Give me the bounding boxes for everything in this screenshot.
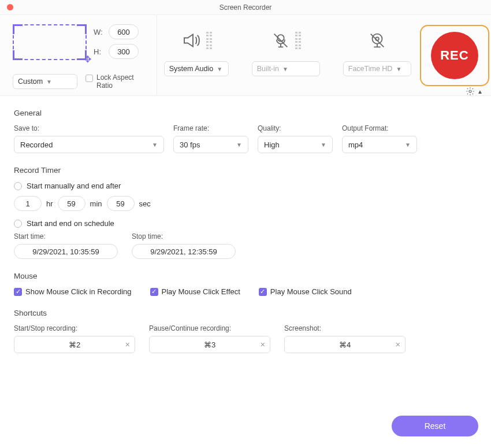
shortcut-startstop-label: Start/Stop recording: xyxy=(14,324,135,332)
timer-manual-label: Start manually and end after xyxy=(27,182,121,190)
clear-icon[interactable]: × xyxy=(396,340,400,349)
region-preset-value: Custom xyxy=(18,77,43,86)
section-general-title: General xyxy=(14,109,477,117)
play-click-effect-label: Play Mouse Click Effect xyxy=(162,287,240,296)
clear-icon[interactable]: × xyxy=(261,340,265,349)
microphone-disabled-icon xyxy=(271,31,291,50)
webcam-select[interactable]: FaceTime HD ▼ xyxy=(343,61,411,76)
height-label: H: xyxy=(94,47,103,56)
chevron-down-icon: ▼ xyxy=(321,142,326,148)
settings-body: General Save to: Recorded ▼ Frame rate: … xyxy=(0,96,491,360)
shortcut-pause-value: ⌘3 xyxy=(204,340,215,349)
window-title: Screen Recorder xyxy=(220,3,272,12)
svg-point-5 xyxy=(469,90,471,92)
checkbox-icon xyxy=(85,75,93,82)
clear-icon[interactable]: × xyxy=(125,340,130,349)
shortcut-pause-field[interactable]: ⌘3 × xyxy=(149,336,270,353)
device-selectors: System Audio ▼ Built-in ▼ xyxy=(157,15,418,95)
checkbox-checked-icon: ✓ xyxy=(259,288,267,296)
radio-icon xyxy=(14,220,22,228)
play-click-sound-checkbox[interactable]: ✓ Play Mouse Click Sound xyxy=(259,287,352,296)
chevron-down-icon: ▼ xyxy=(46,79,52,85)
lock-aspect-label: Lock Aspect Ratio xyxy=(96,73,137,90)
audio-source-value: System Audio xyxy=(169,65,213,73)
titlebar: Screen Recorder xyxy=(0,0,491,15)
section-mouse-title: Mouse xyxy=(14,272,477,280)
chevron-down-icon: ▼ xyxy=(396,66,401,72)
frame-rate-select[interactable]: 30 fps ▼ xyxy=(173,136,248,153)
output-format-select[interactable]: mp4 ▼ xyxy=(342,136,417,153)
width-label: W: xyxy=(94,28,103,36)
chevron-down-icon: ▼ xyxy=(282,66,288,72)
play-click-sound-label: Play Mouse Click Sound xyxy=(270,287,352,296)
timer-manual-radio[interactable]: Start manually and end after xyxy=(14,182,477,190)
record-panel: REC xyxy=(418,15,491,95)
checkbox-checked-icon: ✓ xyxy=(150,288,158,296)
section-shortcuts-title: Shortcuts xyxy=(14,309,477,317)
output-format-value: mp4 xyxy=(348,140,363,149)
start-time-field[interactable]: 9/29/2021, 10:35:59 xyxy=(14,244,118,259)
capture-region-preview[interactable]: ✥ xyxy=(13,24,87,60)
sec-unit: sec xyxy=(139,199,151,208)
play-click-effect-checkbox[interactable]: ✓ Play Mouse Click Effect xyxy=(150,287,240,296)
speaker-icon xyxy=(181,30,202,51)
save-to-label: Save to: xyxy=(14,124,164,132)
output-format-label: Output Format: xyxy=(342,124,417,132)
lock-aspect-checkbox[interactable]: Lock Aspect Ratio xyxy=(85,73,137,90)
move-icon: ✥ xyxy=(84,54,91,65)
save-to-value: Recorded xyxy=(20,140,53,149)
quality-value: High xyxy=(264,140,280,149)
settings-gear-icon[interactable] xyxy=(466,87,475,96)
chevron-down-icon: ▼ xyxy=(405,142,411,148)
hr-unit: hr xyxy=(46,199,53,208)
record-button[interactable]: REC xyxy=(431,32,478,79)
shortcut-startstop-field[interactable]: ⌘2 × xyxy=(14,336,135,353)
region-preset-select[interactable]: Custom ▼ xyxy=(13,74,77,89)
microphone-value: Built-in xyxy=(257,65,279,73)
width-field[interactable]: 600 xyxy=(109,24,139,39)
shortcut-pause-label: Pause/Continue recording: xyxy=(149,324,270,332)
timer-sec-field[interactable]: 59 xyxy=(107,196,135,211)
shortcut-screenshot-label: Screenshot: xyxy=(284,324,406,332)
section-timer-title: Record Timer xyxy=(14,166,477,175)
window-controls xyxy=(7,4,13,10)
shortcut-screenshot-field[interactable]: ⌘4 × xyxy=(284,336,406,353)
webcam-disabled-icon xyxy=(367,31,387,50)
timer-schedule-radio[interactable]: Start and end on schedule xyxy=(14,219,477,228)
timer-schedule-label: Start and end on schedule xyxy=(27,219,114,228)
reset-button[interactable]: Reset xyxy=(392,416,478,436)
start-time-label: Start time: xyxy=(14,232,118,240)
timer-min-field[interactable]: 59 xyxy=(58,196,85,211)
chevron-down-icon: ▼ xyxy=(236,142,242,148)
stop-time-field[interactable]: 9/29/2021, 12:35:59 xyxy=(132,244,236,259)
collapse-settings-icon[interactable]: ▲ xyxy=(477,88,483,95)
checkbox-checked-icon: ✓ xyxy=(14,288,22,296)
show-mouse-click-checkbox[interactable]: ✓ Show Mouse Click in Recording xyxy=(14,287,132,296)
svg-point-2 xyxy=(372,34,382,44)
show-mouse-click-label: Show Mouse Click in Recording xyxy=(25,287,132,296)
audio-source-select[interactable]: System Audio ▼ xyxy=(164,61,229,76)
stop-time-label: Stop time: xyxy=(132,232,236,240)
mic-level-meter xyxy=(295,32,302,50)
chevron-down-icon: ▼ xyxy=(217,66,222,72)
save-to-select[interactable]: Recorded ▼ xyxy=(14,136,164,153)
min-unit: min xyxy=(90,199,102,208)
webcam-value: FaceTime HD xyxy=(348,65,393,73)
height-field[interactable]: 300 xyxy=(109,44,139,59)
record-frame: REC xyxy=(420,25,489,86)
quality-select[interactable]: High ▼ xyxy=(258,136,333,153)
shortcut-startstop-value: ⌘2 xyxy=(69,340,80,349)
shortcut-screenshot-value: ⌘4 xyxy=(339,340,351,349)
chevron-down-icon: ▼ xyxy=(152,142,158,148)
frame-rate-label: Frame rate: xyxy=(173,124,248,132)
radio-icon xyxy=(14,182,22,190)
close-window-icon[interactable] xyxy=(7,4,13,10)
audio-level-meter xyxy=(206,32,213,50)
microphone-select[interactable]: Built-in ▼ xyxy=(252,61,320,76)
timer-hr-field[interactable]: 1 xyxy=(14,196,42,211)
quality-label: Quality: xyxy=(258,124,333,132)
frame-rate-value: 30 fps xyxy=(180,140,200,149)
